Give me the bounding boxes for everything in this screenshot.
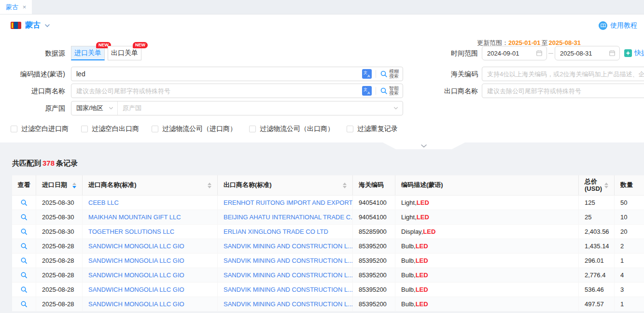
view-record-button[interactable] (20, 213, 28, 221)
view-record-button[interactable] (20, 199, 28, 206)
filter-checkbox[interactable]: 过滤物流公司（进口商） (152, 125, 237, 133)
table-body: 2025-08-30 CEEB LLC ERENHOT RUITONG IMPO… (12, 196, 644, 312)
filter-checkbox[interactable]: 过滤空白进口商 (11, 125, 69, 133)
checkbox-unchecked[interactable] (152, 126, 158, 132)
quantity-cell: 20 (615, 225, 644, 239)
svg-text:A: A (367, 91, 370, 95)
tab-import-declarations[interactable]: 进口关单 NEW (71, 46, 105, 60)
tab-export-label: 出口关单 (111, 49, 138, 57)
data-source-label: 数据源 (0, 46, 65, 60)
view-record-button[interactable] (20, 271, 28, 279)
importer-link[interactable]: SANDWICH MONGOLIA LLC GIO (83, 268, 218, 282)
checkbox-unchecked[interactable] (249, 126, 256, 132)
filter-checkbox[interactable]: 过滤物流公司（出口商） (249, 125, 334, 133)
exporter-link[interactable]: SANDVIK MINING AND CONSTRUCTION L... (218, 297, 353, 311)
tab-export-declarations[interactable]: 出口关单 NEW (108, 46, 141, 60)
exporter-name-input[interactable] (482, 84, 644, 98)
calendar-icon (536, 50, 543, 57)
exporter-link[interactable]: BEIJING AHATU INTERNATIONAL TRADE C... (218, 210, 353, 224)
importer-name-input[interactable] (71, 85, 362, 97)
magnifier-icon (20, 271, 28, 279)
column-label: 编码描述(蒙语) (401, 182, 443, 189)
checkbox-unchecked[interactable] (11, 126, 17, 132)
view-record-button[interactable] (20, 257, 28, 264)
collapse-panel-handle[interactable] (383, 142, 465, 149)
start-date-input[interactable]: 2024-09-01 (482, 46, 547, 60)
view-record-button[interactable] (20, 228, 28, 235)
end-date-input[interactable]: 2025-08-31 (555, 46, 620, 60)
origin-country-placeholder[interactable]: 原产国 (118, 104, 393, 113)
exporter-link[interactable]: SANDVIK MINING AND CONSTRUCTION L... (218, 268, 353, 282)
column-label: 海关编码 (359, 182, 384, 189)
importer-link[interactable]: SANDWICH MONGOLIA LLC GIO (83, 297, 218, 311)
importer-link[interactable]: SANDWICH MONGOLIA LLC GIO (83, 239, 218, 253)
sort-icon[interactable] (343, 183, 347, 188)
highlighted-keyword: LED (416, 300, 428, 308)
sort-icon[interactable] (604, 183, 608, 188)
quantity-cell: 10 (615, 210, 644, 224)
hs-code-cell: 85395200 (353, 239, 395, 253)
description-text: Bulb, (401, 271, 416, 279)
exporter-link[interactable]: ERENHOT RUITONG IMPORT AND EXPORT ... (218, 196, 353, 210)
importer-link[interactable]: SANDWICH MONGOLIA LLC GIO (83, 254, 218, 268)
region-select[interactable]: 国家/地区 (71, 101, 118, 115)
table-header-cell[interactable]: 查看 (12, 175, 36, 195)
search-icon (380, 87, 388, 95)
checkbox-label: 过滤物流公司（出口商） (260, 125, 334, 133)
table-header-cell[interactable]: 编码描述(蒙语) (395, 175, 579, 195)
table-header-cell[interactable]: 海关编码 (353, 175, 395, 195)
exporter-link[interactable]: ERLIAN XINGLONG TRADE CO LTD (218, 225, 353, 239)
calendar-icon (609, 50, 616, 57)
description-text: Bulb, (401, 286, 416, 293)
update-range-end: 2025-08-31 (549, 39, 581, 46)
checkbox-label: 过滤空白进口商 (21, 125, 69, 133)
translate-icon[interactable]: 文 A (362, 86, 372, 96)
date-range-dash (548, 53, 553, 54)
new-badge: NEW (133, 42, 148, 48)
table-header-cell[interactable]: 数量 (615, 175, 644, 195)
fuzzy-search-button[interactable]: 模糊搜索 (380, 69, 399, 79)
sort-icon[interactable] (208, 183, 211, 188)
chevron-down-icon (44, 23, 50, 28)
translate-icon[interactable]: 文 A (362, 69, 372, 79)
hs-code-input[interactable] (482, 67, 644, 81)
exporter-link[interactable]: SANDVIK MINING AND CONSTRUCTION L... (218, 283, 353, 297)
table-row: 2025-08-28 SANDWICH MONGOLIA LLC GIO SAN… (12, 297, 644, 312)
hs-code-cell: 85285900 (353, 225, 395, 239)
import-date-cell: 2025-08-28 (36, 254, 83, 268)
description-text: Light, (401, 199, 417, 206)
table-header-cell[interactable]: 总价 (USD) (579, 175, 615, 195)
importer-link[interactable]: MAIKHAN MOUNTAIN GIFT LLC (83, 210, 218, 224)
hs-code-cell: 85395200 (353, 268, 395, 282)
view-record-button[interactable] (20, 300, 28, 308)
tutorial-link[interactable]: 使用教程 (599, 21, 637, 30)
filter-checkbox[interactable]: 过滤重复记录 (347, 125, 398, 133)
table-header-cell[interactable]: 进口商名称(标准) (83, 175, 218, 195)
exporter-link[interactable]: SANDVIK MINING AND CONSTRUCTION L... (218, 254, 353, 268)
filter-checkbox[interactable]: 过滤空白出口商 (81, 125, 139, 133)
smart-search-button[interactable]: 智能搜索 (380, 86, 399, 96)
country-selector[interactable]: 蒙古 (11, 20, 50, 30)
tab-mongolia[interactable]: 蒙古 × (0, 0, 32, 14)
sort-icon[interactable] (72, 183, 76, 188)
view-record-button[interactable] (20, 286, 28, 293)
code-desc-input[interactable] (71, 68, 362, 80)
tab-label: 蒙古 (6, 3, 18, 12)
checkbox-unchecked[interactable] (347, 126, 353, 132)
close-icon[interactable]: × (23, 4, 27, 10)
filter-panel: 更新范围：2025-01-01至2025-08-31 数据源 进口关单 NEW … (0, 36, 644, 142)
column-label: 总价 (USD) (585, 178, 602, 193)
table-header-cell[interactable]: 进口日期 (36, 175, 83, 195)
mongolia-flag-icon (11, 22, 21, 29)
exporter-link[interactable]: SANDVIK MINING AND CONSTRUCTION L... (218, 239, 353, 253)
importer-link[interactable]: TOGETHER SOLUTIONS LLC (83, 225, 218, 239)
quick-select-button[interactable]: 快捷 (624, 49, 644, 57)
column-label: 进口日期 (42, 182, 67, 189)
checkbox-unchecked[interactable] (81, 126, 88, 132)
importer-link[interactable]: SANDWICH MONGOLIA LLC GIO (83, 283, 218, 297)
smart-search-label: 智能搜索 (389, 86, 399, 96)
table-header-cell[interactable]: 出口商名称(标准) (218, 175, 353, 195)
importer-link[interactable]: CEEB LLC (83, 196, 218, 210)
importer-name-label: 进口商名称 (0, 84, 65, 98)
view-record-button[interactable] (20, 242, 28, 250)
